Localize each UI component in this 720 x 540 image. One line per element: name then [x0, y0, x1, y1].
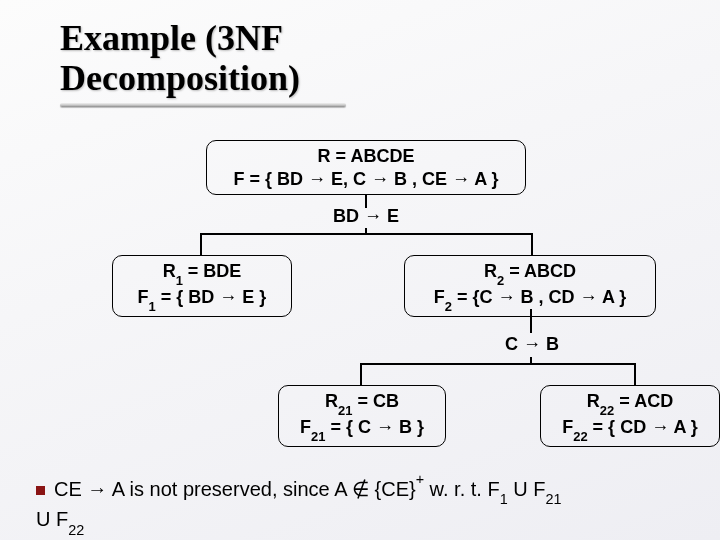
r2-line-1: R2 = ABCD — [415, 260, 645, 286]
edge-label-bd-e: BD → E — [306, 206, 426, 227]
arrow-icon: → — [308, 169, 326, 189]
r22-line-2: F22 = { CD → A } — [551, 416, 709, 442]
connector-line — [530, 309, 532, 333]
connector-line — [360, 363, 362, 385]
arrow-icon: → — [371, 169, 389, 189]
box-r2: R2 = ABCD F2 = {C → B , CD → A } — [404, 255, 656, 317]
root-line-1: R = ABCDE — [217, 145, 515, 168]
r21-line-2: F21 = { C → B } — [289, 416, 435, 442]
arrow-icon: → — [87, 478, 107, 500]
connector-line — [634, 363, 636, 385]
arrow-icon: → — [523, 334, 541, 354]
footnote: CE → A is not preserved, since A ∉ {CE}+… — [36, 474, 696, 537]
arrow-icon: → — [376, 417, 394, 437]
r21-line-1: R21 = CB — [289, 390, 435, 416]
slide-title: Example (3NF Decomposition) — [60, 18, 346, 107]
r22-line-1: R22 = ACD — [551, 390, 709, 416]
sub-22: 22 — [68, 522, 84, 538]
title-line-2: Decomposition) — [60, 58, 346, 98]
r1-line-2: F1 = { BD → E } — [123, 286, 281, 312]
box-root: R = ABCDE F = { BD → E, C → B , CE → A } — [206, 140, 526, 195]
r2-line-2: F2 = {C → B , CD → A } — [415, 286, 645, 312]
sub-21: 21 — [545, 491, 561, 507]
r1-line-1: R1 = BDE — [123, 260, 281, 286]
closure-plus: + — [416, 471, 424, 487]
title-line-1: Example (3NF — [60, 18, 346, 58]
title-underline — [60, 103, 346, 107]
arrow-icon: → — [364, 206, 382, 226]
connector-line — [360, 363, 635, 365]
connector-line — [200, 233, 202, 255]
edge-label-c-b: C → B — [482, 334, 582, 355]
sub-1: 1 — [500, 491, 508, 507]
connector-line — [531, 233, 533, 255]
arrow-icon: → — [219, 287, 237, 307]
arrow-icon: → — [452, 169, 470, 189]
connector-line — [365, 228, 367, 234]
arrow-icon: → — [498, 287, 516, 307]
root-line-2: F = { BD → E, C → B , CE → A } — [217, 168, 515, 191]
arrow-icon: → — [580, 287, 598, 307]
box-r22: R22 = ACD F22 = { CD → A } — [540, 385, 720, 447]
arrow-icon: → — [651, 417, 669, 437]
box-r21: R21 = CB F21 = { C → B } — [278, 385, 446, 447]
box-r1: R1 = BDE F1 = { BD → E } — [112, 255, 292, 317]
bullet-icon — [36, 486, 45, 495]
